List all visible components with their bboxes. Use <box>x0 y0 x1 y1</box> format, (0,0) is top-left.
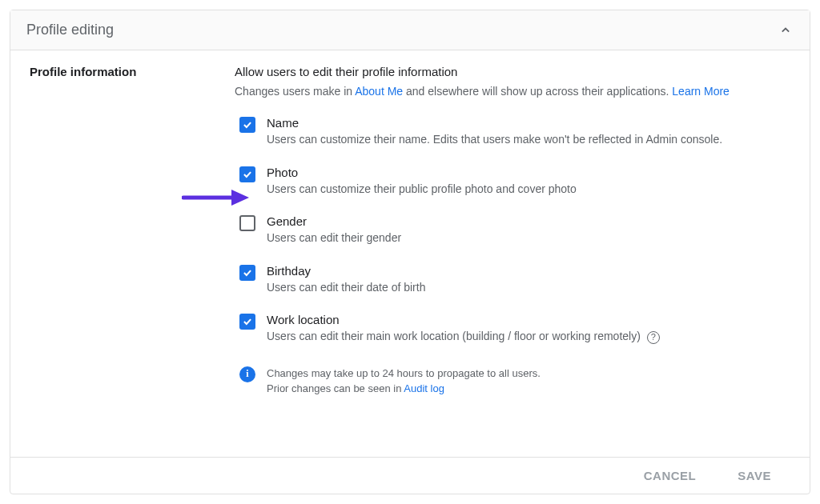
content-area: Allow users to edit their profile inform… <box>235 65 790 457</box>
option-desc: Users can customize their public profile… <box>267 182 577 198</box>
profile-editing-card: Profile editing Profile information Allo… <box>10 10 810 494</box>
option-photo: Photo Users can customize their public p… <box>239 166 790 198</box>
save-button[interactable]: SAVE <box>738 469 771 482</box>
info-icon: i <box>239 366 255 382</box>
options-list: Name Users can customize their name. Edi… <box>235 116 790 345</box>
checkbox-birthday[interactable] <box>239 265 255 281</box>
help-icon[interactable]: ? <box>647 331 660 344</box>
option-desc: Users can edit their date of birth <box>267 280 425 296</box>
card-body: Profile information Allow users to edit … <box>10 50 810 457</box>
subtitle-suffix: and elsewhere will show up across their … <box>403 85 672 98</box>
notice-line1: Changes may take up to 24 hours to propa… <box>267 366 541 382</box>
checkbox-work-location[interactable] <box>239 314 255 330</box>
checkmark-icon <box>242 169 253 180</box>
option-work-location: Work location Users can edit their main … <box>239 313 790 345</box>
notice-text: Changes may take up to 24 hours to propa… <box>267 366 541 397</box>
subtitle-prefix: Changes users make in <box>235 85 355 98</box>
collapse-toggle[interactable] <box>778 22 794 38</box>
side-label: Profile information <box>30 65 235 457</box>
option-desc: Users can edit their gender <box>267 230 401 246</box>
option-desc: Users can customize their name. Edits th… <box>267 132 722 148</box>
option-label: Name <box>267 116 722 130</box>
checkbox-photo[interactable] <box>239 166 255 182</box>
checkmark-icon <box>242 119 253 130</box>
chevron-up-icon <box>778 22 794 38</box>
option-text: Gender Users can edit their gender <box>267 214 401 246</box>
propagation-notice: i Changes may take up to 24 hours to pro… <box>235 362 790 405</box>
notice-line2: Prior changes can be seen in Audit log <box>267 381 541 397</box>
option-desc: Users can edit their main work location … <box>267 329 660 345</box>
checkbox-name[interactable] <box>239 117 255 133</box>
option-gender: Gender Users can edit their gender <box>239 214 790 246</box>
option-text: Birthday Users can edit their date of bi… <box>267 264 425 296</box>
cancel-button[interactable]: CANCEL <box>644 469 697 482</box>
option-label: Gender <box>267 214 401 228</box>
option-text: Name Users can customize their name. Edi… <box>267 116 722 148</box>
card-footer: CANCEL SAVE <box>10 457 810 494</box>
checkbox-gender[interactable] <box>239 215 255 231</box>
option-text: Photo Users can customize their public p… <box>267 166 577 198</box>
checkmark-icon <box>242 316 253 327</box>
audit-log-link[interactable]: Audit log <box>404 382 444 394</box>
checkmark-icon <box>242 267 253 278</box>
card-header: Profile editing <box>10 10 810 50</box>
learn-more-link[interactable]: Learn More <box>672 85 730 98</box>
option-label: Photo <box>267 166 577 179</box>
card-title: Profile editing <box>26 22 114 38</box>
option-name: Name Users can customize their name. Edi… <box>239 116 790 148</box>
option-birthday: Birthday Users can edit their date of bi… <box>239 264 790 296</box>
about-me-link[interactable]: About Me <box>355 85 403 98</box>
option-label: Work location <box>267 313 660 326</box>
option-label: Birthday <box>267 264 425 278</box>
option-text: Work location Users can edit their main … <box>267 313 660 345</box>
section-title: Allow users to edit their profile inform… <box>235 65 790 78</box>
section-subtitle: Changes users make in About Me and elsew… <box>235 83 790 100</box>
